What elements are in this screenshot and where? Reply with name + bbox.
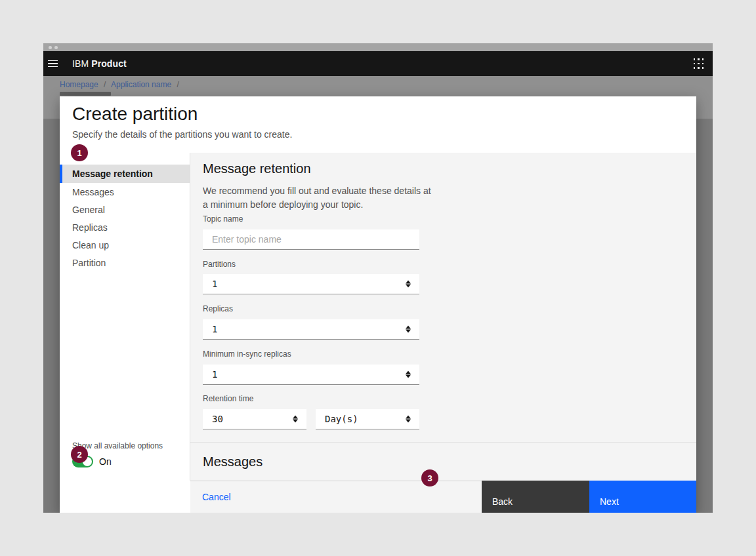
min-insync-replicas-number-input[interactable]: 1 xyxy=(203,365,419,385)
section-divider xyxy=(190,442,696,443)
nav-item-messages[interactable]: Messages xyxy=(60,183,190,201)
nav-item-partition[interactable]: Partition xyxy=(60,254,190,271)
create-partition-tearsheet: Create partition Specify the details of … xyxy=(60,96,696,513)
replicas-label: Replicas xyxy=(203,304,233,313)
nav-item-replicas[interactable]: Replicas xyxy=(60,218,190,236)
retention-time-value: 30 xyxy=(212,414,223,424)
min-insync-replicas-value: 1 xyxy=(212,369,217,380)
number-stepper-icon[interactable] xyxy=(406,371,411,378)
tearsheet-subtitle: Specify the details of the partitions yo… xyxy=(72,129,292,140)
topic-name-input[interactable] xyxy=(203,229,419,250)
number-stepper-icon[interactable] xyxy=(406,326,411,333)
partitions-value: 1 xyxy=(212,279,217,289)
tearsheet-influencer-nav: Message retention Messages General Repli… xyxy=(60,153,190,481)
topic-name-label: Topic name xyxy=(203,214,243,224)
breadcrumb-link-application[interactable]: Application name xyxy=(111,80,171,89)
vertical-nav: Message retention Messages General Repli… xyxy=(60,165,190,271)
tearsheet-header: Create partition Specify the details of … xyxy=(60,96,696,153)
section-description: We recommend you fill out and evaluate t… xyxy=(203,184,432,212)
hamburger-menu-icon[interactable] xyxy=(48,58,58,69)
section-heading: Message retention xyxy=(203,161,311,176)
breadcrumb-link-homepage[interactable]: Homepage xyxy=(60,80,98,89)
partitions-label: Partitions xyxy=(203,260,236,269)
breadcrumb-separator: / xyxy=(104,80,106,89)
browser-titlebar xyxy=(43,43,713,51)
brand-name: Product xyxy=(91,58,127,69)
app-brand: IBM Product xyxy=(72,58,127,69)
min-insync-replicas-label: Minimum in-sync replicas xyxy=(203,349,291,359)
app-header: IBM Product xyxy=(43,51,713,76)
tearsheet-footer: Cancel Back Next xyxy=(190,481,696,513)
replicas-value: 1 xyxy=(212,324,217,334)
back-button[interactable]: Back xyxy=(482,481,589,513)
toggle-state-text: On xyxy=(99,456,112,467)
window-control-dot xyxy=(49,46,52,49)
next-button[interactable]: Next xyxy=(589,481,696,513)
partitions-number-input[interactable]: 1 xyxy=(203,274,419,294)
next-section-heading: Messages xyxy=(203,454,262,469)
browser-window: IBM Product Homepage / Application name … xyxy=(43,43,713,513)
nav-item-general[interactable]: General xyxy=(60,201,190,218)
annotation-badge-3: 3 xyxy=(421,469,438,486)
tearsheet-body: Message retention Messages General Repli… xyxy=(60,153,696,481)
nav-item-clean-up[interactable]: Clean up xyxy=(60,236,190,254)
breadcrumb: Homepage / Application name / xyxy=(60,80,182,89)
page-title-clipped xyxy=(60,92,111,96)
brand-prefix: IBM xyxy=(72,58,89,69)
desktop-background: IBM Product Homepage / Application name … xyxy=(0,0,756,556)
breadcrumb-separator: / xyxy=(177,80,178,89)
number-stepper-icon[interactable] xyxy=(293,416,298,423)
app-switcher-icon[interactable] xyxy=(694,58,704,69)
select-stepper-icon[interactable] xyxy=(406,416,411,423)
number-stepper-icon[interactable] xyxy=(406,281,411,288)
replicas-number-input[interactable]: 1 xyxy=(203,319,419,340)
window-control-dot xyxy=(54,46,58,49)
tearsheet-title: Create partition xyxy=(72,104,198,125)
retention-time-number-input[interactable]: 30 xyxy=(203,409,306,429)
tearsheet-content: Message retention We recommend you fill … xyxy=(190,153,696,481)
cancel-button[interactable]: Cancel xyxy=(202,492,231,502)
retention-time-label: Retention time xyxy=(203,394,253,403)
retention-time-unit-value: Day(s) xyxy=(325,414,358,424)
annotation-badge-2: 2 xyxy=(71,446,88,463)
annotation-badge-1: 1 xyxy=(71,144,88,161)
nav-item-message-retention[interactable]: Message retention xyxy=(60,165,190,183)
retention-time-unit-select[interactable]: Day(s) xyxy=(316,409,419,429)
